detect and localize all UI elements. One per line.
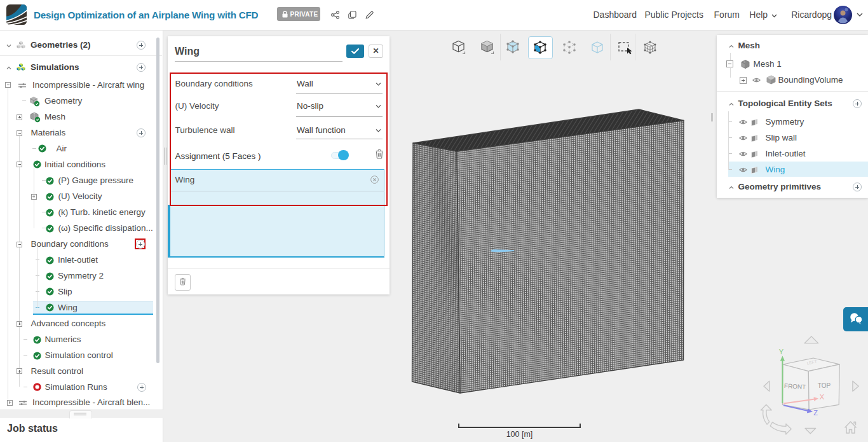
svg-text:TOP: TOP: [818, 382, 831, 389]
svg-text:X: X: [820, 393, 825, 401]
svg-text:Z: Z: [813, 409, 818, 417]
svg-text:FRONT: FRONT: [784, 382, 806, 390]
svg-text:Y: Y: [779, 348, 784, 356]
